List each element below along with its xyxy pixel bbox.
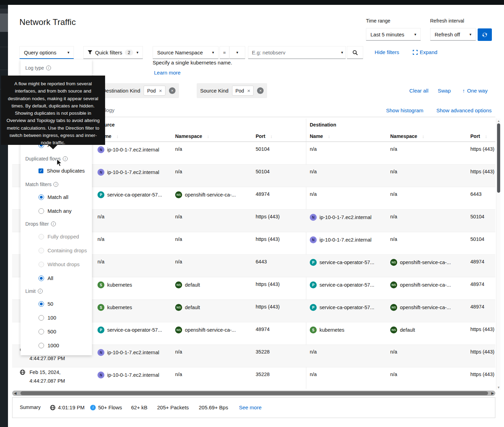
menu-option-all[interactable]: All — [39, 275, 53, 281]
refresh-button[interactable] — [478, 28, 492, 41]
cell-value[interactable]: openshift-service-ca-... — [185, 327, 236, 333]
cell-value[interactable]: openshift-service-ca-... — [400, 282, 451, 288]
cell-value[interactable]: kubernetes — [107, 282, 132, 288]
chip-close-icon[interactable]: × — [159, 88, 162, 94]
menu-option-100[interactable]: 100 — [39, 315, 56, 321]
col-header-destination-name[interactable]: Name↕ — [310, 133, 330, 139]
scroll-up-icon[interactable]: ▲ — [497, 119, 500, 123]
table-row[interactable]: Feb 15, 2024,4:44:27.087 PMNip-10-0-1-7.… — [12, 367, 495, 390]
col-header-source-port[interactable]: Port↕ — [256, 133, 273, 139]
radio-icon[interactable] — [39, 329, 44, 334]
info-icon[interactable]: i — [63, 156, 68, 161]
radio-icon[interactable] — [39, 262, 44, 267]
info-icon[interactable]: i — [46, 66, 51, 70]
cell-value[interactable]: ip-10-0-1-7.ec2.internal — [319, 215, 371, 220]
cell-value[interactable]: service-ca-operator-57... — [319, 282, 374, 288]
sort-icon[interactable]: ↕ — [207, 134, 210, 139]
quick-filters-dropdown[interactable]: Quick filters 2 ▾ — [83, 46, 143, 59]
show-histogram-link[interactable]: Show histogram — [386, 107, 424, 113]
pod-badge-icon: P — [310, 281, 317, 288]
sort-icon[interactable]: ↕ — [485, 134, 487, 139]
filter-search-input[interactable] — [248, 46, 346, 59]
cell-value: https (443) — [256, 281, 280, 287]
vertical-scroll-thumb[interactable] — [497, 123, 500, 193]
sort-icon[interactable]: ↕ — [270, 134, 273, 139]
filter-column-select[interactable]: Source Namespace ▾ — [153, 46, 219, 59]
cell-value[interactable]: ip-10-0-1-7.ec2.internal — [107, 147, 159, 152]
menu-option-label: Containing drops — [48, 247, 87, 253]
cell-value[interactable]: kubernetes — [107, 305, 132, 310]
query-options-dropdown[interactable]: Query options ▾ — [19, 46, 74, 59]
radio-icon[interactable] — [39, 343, 44, 348]
cell-value[interactable]: kubernetes — [319, 327, 344, 333]
cell-value[interactable]: default — [185, 305, 200, 310]
one-way-button[interactable]: ↑ One way — [462, 88, 488, 94]
expand-button[interactable]: Expand — [413, 49, 437, 55]
clear-all-link[interactable]: Clear all — [409, 88, 428, 94]
cell-value[interactable]: service-ca-operator-57... — [107, 192, 162, 198]
chip-group-close-icon[interactable]: × — [169, 87, 176, 94]
col-header-destination-port[interactable]: Port↕ — [470, 133, 487, 139]
cell-value[interactable]: default — [400, 327, 415, 333]
scroll-right-icon[interactable]: ▶ — [491, 391, 494, 395]
scroll-left-icon[interactable]: ◀ — [14, 391, 17, 395]
menu-option-containing-drops[interactable]: Containing drops — [39, 247, 87, 253]
time-range-select[interactable]: Last 5 minutes ▾ — [366, 28, 421, 41]
radio-selected-icon[interactable] — [39, 194, 44, 200]
menu-option-match-any[interactable]: Match any — [39, 208, 71, 214]
menu-option-show-duplicates[interactable]: ✓Show duplicates — [39, 168, 85, 174]
info-icon[interactable]: i — [51, 221, 56, 226]
search-button[interactable] — [347, 46, 363, 59]
sort-icon[interactable]: ↕ — [328, 134, 330, 139]
refresh-interval-select[interactable]: Refresh off ▾ — [430, 28, 476, 41]
nav-sidebar[interactable] — [0, 5, 8, 427]
cell-value[interactable]: openshift-service-ca-... — [400, 305, 451, 310]
vertical-scrollbar[interactable]: ▲ ▼ — [496, 119, 501, 390]
show-advanced-options-link[interactable]: Show advanced options — [436, 107, 492, 113]
cell-value[interactable]: ip-10-0-1-7.ec2.internal — [107, 169, 159, 175]
cell-value[interactable]: openshift-service-ca-... — [185, 192, 236, 198]
info-icon[interactable]: i — [53, 182, 58, 187]
menu-option-match-all[interactable]: Match all — [39, 194, 68, 200]
checkbox-checked-icon[interactable]: ✓ — [39, 168, 43, 173]
flow-date: Feb 15, 2024, — [29, 369, 61, 375]
sidebar-active-item[interactable] — [0, 14, 8, 32]
chip-close-icon[interactable]: × — [247, 88, 250, 94]
col-header-source-namespace[interactable]: Namespace↕ — [175, 133, 209, 139]
col-header-destination-namespace[interactable]: Namespace↕ — [390, 133, 424, 139]
cell-value: 6443 — [470, 191, 481, 197]
radio-icon[interactable] — [39, 208, 44, 214]
service-badge-icon: S — [97, 304, 104, 311]
cell-value[interactable]: ip-10-0-1-7.ec2.internal — [107, 350, 159, 355]
chevron-down-icon[interactable]: ▾ — [341, 50, 343, 55]
radio-selected-icon[interactable] — [39, 301, 44, 307]
horizontal-scroll-thumb[interactable] — [20, 391, 488, 395]
radio-icon[interactable] — [39, 315, 44, 321]
cell-value[interactable]: ip-10-0-1-7.ec2.internal — [107, 372, 159, 378]
radio-selected-icon[interactable] — [39, 276, 44, 281]
menu-option-50[interactable]: 50 — [39, 301, 53, 307]
radio-icon[interactable] — [39, 248, 44, 253]
info-icon[interactable]: i — [38, 289, 43, 294]
cell-value[interactable]: openshift-service-ca-... — [400, 260, 451, 265]
radio-icon[interactable] — [39, 234, 44, 239]
sort-icon[interactable]: ↕ — [116, 134, 119, 139]
swap-link[interactable]: Swap — [438, 88, 451, 94]
scroll-down-icon[interactable]: ▼ — [497, 386, 500, 389]
filter-operator-select[interactable]: ▾ — [229, 46, 245, 59]
learn-more-link[interactable]: Learn more — [154, 70, 181, 76]
sort-icon[interactable]: ↕ — [422, 134, 425, 139]
chip-group-close-icon[interactable]: × — [257, 87, 264, 94]
menu-option-1000[interactable]: 1000 — [39, 342, 59, 348]
cell-value[interactable]: service-ca-operator-57... — [319, 305, 374, 310]
hide-filters-link[interactable]: Hide filters — [375, 49, 399, 55]
menu-option-500[interactable]: 500 — [39, 329, 56, 334]
see-more-link[interactable]: See more — [239, 404, 262, 410]
horizontal-scrollbar[interactable]: ◀ ▶ — [12, 391, 495, 396]
menu-option-fully-dropped[interactable]: Fully dropped — [39, 234, 79, 239]
cell-value[interactable]: ip-10-0-1-7.ec2.internal — [319, 237, 371, 243]
cell-value[interactable]: service-ca-operator-57... — [107, 327, 162, 333]
cell-value[interactable]: service-ca-operator-57... — [319, 260, 374, 265]
menu-option-without-drops[interactable]: Without drops — [39, 261, 80, 267]
cell-value[interactable]: default — [185, 282, 200, 288]
